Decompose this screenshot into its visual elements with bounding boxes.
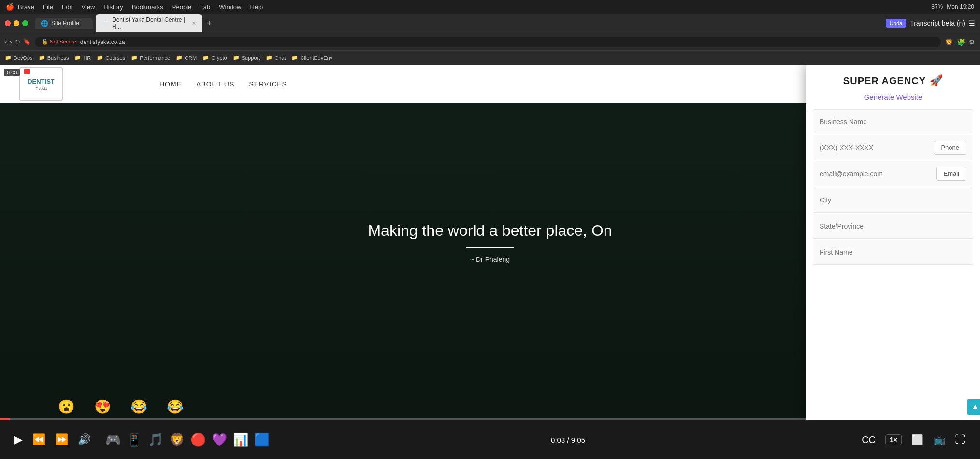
minimize-window-button[interactable]	[14, 20, 19, 26]
fullscreen-button[interactable]: ⛶	[955, 433, 966, 446]
panel-title: Generate Website	[816, 93, 970, 101]
close-window-button[interactable]	[5, 20, 11, 26]
phone-input[interactable]	[820, 144, 930, 152]
bookmark-performance[interactable]: 📁 Performance	[131, 55, 170, 61]
scroll-to-top-button[interactable]: ▲	[967, 399, 980, 415]
cast-button[interactable]: 📺	[933, 434, 945, 445]
forward-button[interactable]: ›	[10, 38, 12, 45]
pip-button[interactable]: ⬜	[911, 434, 923, 445]
business-name-input[interactable]	[820, 118, 966, 126]
maximize-window-button[interactable]	[22, 20, 28, 26]
menu-history[interactable]: History	[103, 3, 123, 11]
tab-label-site-profile: Site Profile	[51, 20, 79, 27]
business-name-field[interactable]	[814, 109, 972, 134]
bookmarks-bar: 📁 DevOps 📁 Business 📁 HR 📁 Courses 📁 Per…	[0, 50, 980, 65]
extensions-icon[interactable]: 🧩	[957, 38, 965, 46]
first-name-input[interactable]	[820, 248, 966, 256]
menu-file[interactable]: File	[43, 3, 53, 11]
app-icon-8[interactable]: 🟦	[254, 432, 270, 447]
menu-help[interactable]: Help	[250, 3, 263, 11]
bookmark-support[interactable]: 📁 Support	[233, 55, 260, 61]
browser-toolbar-right: 🦁 🧩 ⚙	[945, 38, 975, 46]
app-icon-3[interactable]: 🎵	[148, 432, 163, 447]
city-field[interactable]	[814, 187, 972, 213]
bookmark-page-button[interactable]: 🔖	[23, 38, 31, 45]
settings-icon[interactable]: ⚙	[969, 38, 975, 46]
app-icon-7[interactable]: 📊	[233, 432, 248, 447]
menu-view[interactable]: View	[81, 3, 95, 11]
tab-icon-dentist: 🦷	[101, 20, 109, 27]
rewind-button[interactable]: ⏪	[32, 433, 45, 446]
url-bar[interactable]: 🔓 Not Secure dentistyaka.co.za	[35, 37, 941, 47]
menu-tab[interactable]: Tab	[200, 3, 210, 11]
tab-close-button[interactable]: ✕	[192, 20, 196, 27]
app-icon-5[interactable]: 🔴	[190, 432, 206, 447]
menu-people[interactable]: People	[172, 3, 191, 11]
phone-field[interactable]: Phone	[814, 135, 972, 160]
url-text: dentistyaka.co.za	[80, 39, 125, 45]
volume-button[interactable]: 🔊	[78, 433, 91, 446]
battery-indicator: 87%	[931, 3, 943, 10]
email-field[interactable]: Email	[814, 161, 972, 186]
new-tab-button[interactable]: +	[204, 18, 215, 29]
menu-window[interactable]: Window	[219, 3, 241, 11]
app-icon-2[interactable]: 📱	[127, 432, 142, 447]
tab-strip: 🦷 Dentist Yaka Dental Centre | H... ✕ +	[96, 14, 883, 32]
clock: Mon 19:20	[947, 3, 974, 10]
traffic-lights	[5, 20, 28, 26]
nav-about[interactable]: ABOUT US	[196, 80, 234, 88]
cc-button[interactable]: CC	[862, 434, 876, 445]
bookmark-clientdevenv[interactable]: 📁 ClientDevEnv	[291, 55, 332, 61]
menu-bookmarks[interactable]: Bookmarks	[132, 3, 163, 11]
tab-site-profile[interactable]: 🌐 Site Profile	[35, 18, 93, 29]
bookmark-crm[interactable]: 📁 CRM	[176, 55, 197, 61]
nav-home[interactable]: HOME	[159, 80, 182, 88]
app-icon-1[interactable]: 🎮	[105, 432, 121, 447]
hero-author: ~ Dr Phaleng	[368, 256, 612, 263]
hero-content: Making the world a better place, On ~ Dr…	[368, 222, 612, 263]
bookmark-label: Business	[47, 55, 69, 61]
city-input[interactable]	[820, 196, 966, 204]
tab-dentist[interactable]: 🦷 Dentist Yaka Dental Centre | H... ✕	[96, 14, 202, 32]
emoji-laugh-1: 😂	[130, 399, 147, 415]
app-icon-4[interactable]: 🦁	[169, 432, 185, 447]
bookmark-hr[interactable]: 📁 HR	[74, 55, 91, 61]
tab-label-dentist: Dentist Yaka Dental Centre | H...	[112, 16, 189, 30]
update-button[interactable]: Upda	[886, 19, 906, 28]
bookmark-label: DevOps	[14, 55, 33, 61]
email-input[interactable]	[820, 170, 932, 178]
menu-brave[interactable]: Brave	[18, 3, 34, 11]
bookmark-label: Crypto	[211, 55, 227, 61]
back-button[interactable]: ‹	[5, 38, 7, 45]
menu-edit[interactable]: Edit	[62, 3, 72, 11]
bookmark-folder-icon: 📁	[291, 55, 298, 61]
super-agency-panel: SUPER AGENCY 🚀 Generate Website Phone Em…	[806, 65, 980, 420]
bookmark-folder-icon: 📁	[131, 55, 138, 61]
play-button[interactable]: ▶	[14, 433, 23, 446]
bookmark-label: Support	[242, 55, 260, 61]
bookmark-label: ClientDevEnv	[300, 55, 332, 61]
brave-shield-icon[interactable]: 🦁	[945, 38, 953, 46]
bookmark-devops[interactable]: 📁 DevOps	[5, 55, 33, 61]
phone-button[interactable]: Phone	[934, 141, 966, 155]
speed-control[interactable]: 1×	[885, 434, 902, 445]
bookmark-label: Courses	[105, 55, 125, 61]
transcript-menu-icon[interactable]: ☰	[969, 19, 975, 27]
bookmark-chat[interactable]: 📁 Chat	[266, 55, 286, 61]
taskbar-icons: 🎮 📱 🎵 🦁 🔴 💜 📊 🟦	[105, 432, 270, 447]
emoji-heart-eyes: 😍	[94, 399, 111, 415]
state-field[interactable]	[814, 214, 972, 239]
email-button[interactable]: Email	[936, 167, 966, 181]
app-icon-6[interactable]: 💜	[212, 432, 227, 447]
fast-forward-button[interactable]: ⏩	[55, 433, 68, 446]
reload-button[interactable]: ↻	[15, 38, 20, 45]
first-name-field[interactable]	[814, 240, 972, 265]
bookmark-business[interactable]: 📁 Business	[39, 55, 69, 61]
nav-services[interactable]: SERVICES	[249, 80, 287, 88]
panel-header: SUPER AGENCY 🚀 Generate Website	[806, 65, 980, 109]
bookmark-courses[interactable]: 📁 Courses	[97, 55, 125, 61]
bookmark-folder-icon: 📁	[266, 55, 273, 61]
bookmark-crypto[interactable]: 📁 Crypto	[202, 55, 227, 61]
bookmark-folder-icon: 📁	[202, 55, 209, 61]
state-input[interactable]	[820, 222, 966, 230]
